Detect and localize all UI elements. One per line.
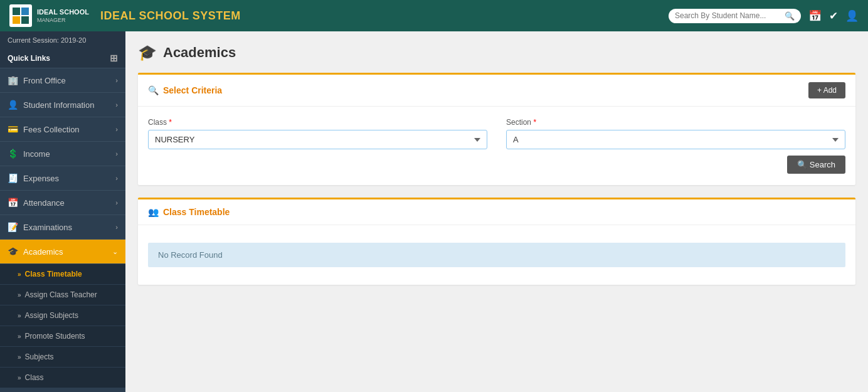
section-label: Section * bbox=[506, 118, 845, 127]
layout: Current Session: 2019-20 Quick Links ⊞ 🏢… bbox=[0, 31, 868, 392]
tasks-icon[interactable]: ✔ bbox=[829, 9, 838, 23]
arrow-class-timetable: » bbox=[18, 271, 21, 278]
grid-icon[interactable]: ⊞ bbox=[110, 53, 118, 64]
income-icon: 💲 bbox=[8, 149, 18, 159]
search-criteria-icon: 🔍 bbox=[148, 85, 159, 95]
brand: IDEAL SCHOOL MANAGER IDEAL SCHOOL SYSTEM bbox=[9, 4, 669, 27]
search-button[interactable]: 🔍 bbox=[785, 11, 795, 21]
sidebar-item-expenses[interactable]: 🧾 Expenses › bbox=[0, 166, 125, 191]
form-actions: 🔍 Search bbox=[148, 156, 845, 174]
brand-title: IDEAL SCHOOL bbox=[37, 8, 89, 16]
submenu-label-assign-subjects: Assign Subjects bbox=[25, 311, 78, 320]
class-label: Class * bbox=[148, 118, 487, 127]
front-office-icon: 🏢 bbox=[8, 75, 18, 85]
select-criteria-label: Select Criteria bbox=[163, 85, 222, 95]
navbar-right: 🔍 📅 ✔ 👤 bbox=[669, 9, 859, 23]
form-group-section: Section * A B C bbox=[506, 118, 845, 149]
submenu-item-subjects[interactable]: » Subjects bbox=[0, 347, 125, 368]
sidebar: Current Session: 2019-20 Quick Links ⊞ 🏢… bbox=[0, 31, 125, 392]
brand-sub: MANAGER bbox=[37, 17, 89, 23]
sidebar-label-examinations: Examinations bbox=[23, 223, 72, 232]
search-button[interactable]: 🔍 Search bbox=[787, 156, 845, 174]
page-title-container: 🎓 Academics bbox=[138, 44, 855, 61]
app-title: IDEAL SCHOOL SYSTEM bbox=[100, 9, 241, 23]
section-select[interactable]: A B C bbox=[506, 130, 845, 149]
expenses-icon: 🧾 bbox=[8, 173, 18, 183]
chevron-attendance: › bbox=[115, 199, 118, 206]
timetable-title-container: 👥 Class Timetable bbox=[148, 207, 230, 217]
chevron-expenses: › bbox=[115, 174, 118, 182]
attendance-icon: 📅 bbox=[8, 198, 18, 208]
sidebar-item-examinations[interactable]: 📝 Examinations › bbox=[0, 215, 125, 240]
timetable-icon: 👥 bbox=[148, 207, 159, 217]
sidebar-label-attendance: Attendance bbox=[23, 198, 65, 208]
search-input[interactable] bbox=[675, 11, 781, 20]
submenu-item-promote-students[interactable]: » Promote Students bbox=[0, 326, 125, 347]
select-criteria-header: 🔍 Select Criteria + Add bbox=[138, 75, 855, 107]
form-row-class-section: Class * NURSERY CLASS 1 CLASS 2 CLASS 3 … bbox=[148, 118, 845, 149]
logo bbox=[9, 4, 32, 27]
timetable-card: 👥 Class Timetable No Record Found bbox=[138, 198, 855, 285]
quick-links-bar: Quick Links ⊞ bbox=[0, 49, 125, 68]
examinations-icon: 📝 bbox=[8, 222, 18, 232]
sidebar-label-income: Income bbox=[23, 149, 50, 159]
session-label: Current Session: 2019-20 bbox=[8, 36, 86, 44]
add-button[interactable]: + Add bbox=[808, 82, 845, 98]
submenu-label-class: Class bbox=[25, 373, 44, 382]
session-bar: Current Session: 2019-20 bbox=[0, 31, 125, 49]
sidebar-item-attendance[interactable]: 📅 Attendance › bbox=[0, 191, 125, 215]
chevron-student-info: › bbox=[115, 101, 118, 109]
sidebar-item-income[interactable]: 💲 Income › bbox=[0, 142, 125, 166]
page-title: Academics bbox=[163, 45, 236, 61]
sidebar-item-fees-collection[interactable]: 💳 Fees Collection › bbox=[0, 117, 125, 142]
section-required: * bbox=[533, 118, 536, 127]
navbar: IDEAL SCHOOL MANAGER IDEAL SCHOOL SYSTEM… bbox=[0, 0, 868, 31]
sidebar-label-fees: Fees Collection bbox=[23, 125, 80, 134]
search-box[interactable]: 🔍 bbox=[669, 9, 801, 23]
class-required: * bbox=[169, 118, 172, 127]
main-content: 🎓 Academics 🔍 Select Criteria + Add Clas… bbox=[125, 31, 868, 392]
submenu-item-assign-subjects[interactable]: » Assign Subjects bbox=[0, 305, 125, 326]
timetable-title: Class Timetable bbox=[163, 207, 230, 217]
sidebar-label-student-info: Student Information bbox=[23, 100, 94, 110]
sidebar-item-student-information[interactable]: 👤 Student Information › bbox=[0, 93, 125, 117]
submenu-item-class[interactable]: » Class bbox=[0, 368, 125, 388]
form-group-class: Class * NURSERY CLASS 1 CLASS 2 CLASS 3 … bbox=[148, 118, 487, 149]
submenu-item-class-timetable[interactable]: » Class Timetable bbox=[0, 264, 125, 285]
page-cap-icon: 🎓 bbox=[138, 44, 157, 61]
chevron-examinations: › bbox=[115, 223, 118, 231]
arrow-subjects: » bbox=[18, 354, 21, 361]
submenu-label-class-timetable: Class Timetable bbox=[25, 270, 82, 278]
chevron-academics: ⌄ bbox=[112, 248, 118, 256]
academics-submenu: » Class Timetable » Assign Class Teacher… bbox=[0, 264, 125, 388]
select-criteria-card: 🔍 Select Criteria + Add Class * NURSERY … bbox=[138, 73, 855, 185]
arrow-assign-subjects: » bbox=[18, 312, 21, 319]
sidebar-item-academics[interactable]: 🎓 Academics ⌄ bbox=[0, 240, 125, 264]
class-select[interactable]: NURSERY CLASS 1 CLASS 2 CLASS 3 CLASS 4 bbox=[148, 130, 487, 149]
arrow-class: » bbox=[18, 374, 21, 381]
fees-icon: 💳 bbox=[8, 124, 18, 134]
calendar-icon[interactable]: 📅 bbox=[808, 9, 822, 23]
arrow-assign-class-teacher: » bbox=[18, 292, 21, 299]
arrow-promote-students: » bbox=[18, 333, 21, 340]
sidebar-label-front-office: Front Office bbox=[23, 76, 66, 85]
academics-icon: 🎓 bbox=[8, 246, 18, 257]
timetable-body: No Record Found bbox=[138, 225, 855, 285]
sidebar-item-front-office[interactable]: 🏢 Front Office › bbox=[0, 68, 125, 93]
student-info-icon: 👤 bbox=[8, 100, 18, 110]
user-avatar[interactable]: 👤 bbox=[845, 9, 859, 23]
no-record-message: No Record Found bbox=[148, 243, 845, 267]
chevron-fees: › bbox=[115, 125, 118, 133]
sidebar-label-academics: Academics bbox=[23, 247, 63, 257]
timetable-header: 👥 Class Timetable bbox=[138, 199, 855, 225]
brand-text: IDEAL SCHOOL MANAGER bbox=[37, 8, 89, 23]
quick-links-label: Quick Links bbox=[8, 54, 50, 63]
submenu-label-subjects: Subjects bbox=[25, 352, 54, 361]
select-criteria-body: Class * NURSERY CLASS 1 CLASS 2 CLASS 3 … bbox=[138, 107, 855, 185]
submenu-item-assign-class-teacher[interactable]: » Assign Class Teacher bbox=[0, 285, 125, 305]
sidebar-label-expenses: Expenses bbox=[23, 174, 59, 183]
submenu-label-promote-students: Promote Students bbox=[25, 332, 85, 341]
select-criteria-title: 🔍 Select Criteria bbox=[148, 85, 222, 95]
submenu-label-assign-class-teacher: Assign Class Teacher bbox=[25, 290, 97, 299]
chevron-income: › bbox=[115, 150, 118, 157]
